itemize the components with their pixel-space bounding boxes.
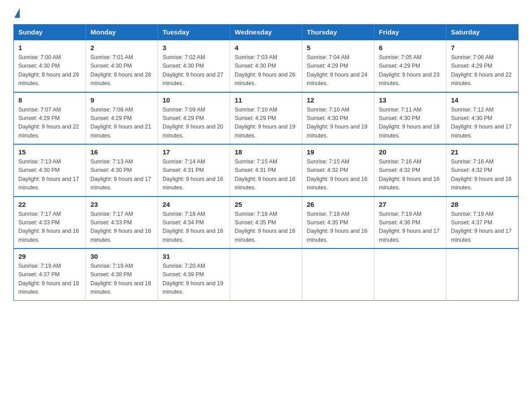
day-number: 27: [379, 201, 442, 208]
day-info: Sunrise: 7:19 AM Sunset: 4:37 PM Dayligh…: [451, 210, 514, 245]
calendar-week-1: 1 Sunrise: 7:00 AM Sunset: 4:30 PM Dayli…: [14, 40, 519, 92]
table-row: 9 Sunrise: 7:08 AM Sunset: 4:29 PM Dayli…: [86, 92, 158, 145]
table-row: 23 Sunrise: 7:17 AM Sunset: 4:33 PM Dayl…: [86, 197, 158, 249]
day-number: 7: [451, 44, 514, 51]
day-number: 30: [90, 253, 153, 260]
day-info: Sunrise: 7:10 AM Sunset: 4:29 PM Dayligh…: [235, 106, 297, 141]
day-info: Sunrise: 7:16 AM Sunset: 4:32 PM Dayligh…: [379, 158, 442, 193]
day-info: Sunrise: 7:08 AM Sunset: 4:29 PM Dayligh…: [90, 106, 153, 141]
day-info: Sunrise: 7:15 AM Sunset: 4:32 PM Dayligh…: [307, 158, 369, 193]
day-number: 19: [307, 148, 369, 156]
table-row: [446, 248, 519, 300]
header-wednesday: Wednesday: [230, 25, 302, 40]
calendar-week-3: 15 Sunrise: 7:13 AM Sunset: 4:30 PM Dayl…: [14, 144, 519, 197]
day-info: Sunrise: 7:12 AM Sunset: 4:30 PM Dayligh…: [451, 106, 514, 141]
calendar-table: SundayMondayTuesdayWednesdayThursdayFrid…: [13, 24, 519, 301]
calendar-week-4: 22 Sunrise: 7:17 AM Sunset: 4:33 PM Dayl…: [14, 197, 519, 249]
table-row: 26 Sunrise: 7:18 AM Sunset: 4:35 PM Dayl…: [302, 197, 374, 249]
day-info: Sunrise: 7:19 AM Sunset: 4:36 PM Dayligh…: [379, 210, 442, 245]
table-row: 2 Sunrise: 7:01 AM Sunset: 4:30 PM Dayli…: [86, 40, 158, 92]
table-row: 12 Sunrise: 7:10 AM Sunset: 4:30 PM Dayl…: [302, 92, 374, 145]
day-number: 10: [163, 96, 225, 104]
day-number: 22: [18, 201, 81, 208]
table-row: [230, 248, 302, 300]
table-row: 1 Sunrise: 7:00 AM Sunset: 4:30 PM Dayli…: [14, 40, 86, 92]
page-header: [13, 9, 519, 17]
table-row: 27 Sunrise: 7:19 AM Sunset: 4:36 PM Dayl…: [374, 197, 446, 249]
day-info: Sunrise: 7:17 AM Sunset: 4:33 PM Dayligh…: [18, 210, 81, 245]
day-info: Sunrise: 7:11 AM Sunset: 4:30 PM Dayligh…: [379, 106, 442, 141]
day-info: Sunrise: 7:18 AM Sunset: 4:34 PM Dayligh…: [163, 210, 225, 245]
day-number: 12: [307, 96, 369, 104]
calendar-week-2: 8 Sunrise: 7:07 AM Sunset: 4:29 PM Dayli…: [14, 92, 519, 145]
day-info: Sunrise: 7:16 AM Sunset: 4:32 PM Dayligh…: [451, 158, 514, 193]
table-row: 14 Sunrise: 7:12 AM Sunset: 4:30 PM Dayl…: [446, 92, 519, 145]
day-info: Sunrise: 7:00 AM Sunset: 4:30 PM Dayligh…: [18, 53, 81, 88]
table-row: 16 Sunrise: 7:13 AM Sunset: 4:30 PM Dayl…: [86, 144, 158, 197]
day-info: Sunrise: 7:07 AM Sunset: 4:29 PM Dayligh…: [18, 106, 81, 141]
day-number: 3: [163, 44, 225, 51]
day-info: Sunrise: 7:17 AM Sunset: 4:33 PM Dayligh…: [90, 210, 153, 245]
table-row: 13 Sunrise: 7:11 AM Sunset: 4:30 PM Dayl…: [374, 92, 446, 145]
table-row: 11 Sunrise: 7:10 AM Sunset: 4:29 PM Dayl…: [230, 92, 302, 145]
day-info: Sunrise: 7:09 AM Sunset: 4:29 PM Dayligh…: [163, 106, 225, 141]
day-info: Sunrise: 7:02 AM Sunset: 4:30 PM Dayligh…: [163, 53, 225, 88]
day-info: Sunrise: 7:03 AM Sunset: 4:30 PM Dayligh…: [235, 53, 297, 88]
table-row: 6 Sunrise: 7:05 AM Sunset: 4:29 PM Dayli…: [374, 40, 446, 92]
day-info: Sunrise: 7:10 AM Sunset: 4:30 PM Dayligh…: [307, 106, 369, 141]
table-row: 24 Sunrise: 7:18 AM Sunset: 4:34 PM Dayl…: [158, 197, 230, 249]
day-number: 28: [451, 201, 514, 208]
table-row: 5 Sunrise: 7:04 AM Sunset: 4:29 PM Dayli…: [302, 40, 374, 92]
day-number: 29: [18, 253, 81, 260]
day-number: 23: [90, 201, 153, 208]
day-number: 5: [307, 44, 369, 51]
day-number: 14: [451, 96, 514, 104]
header-friday: Friday: [374, 25, 446, 40]
table-row: 8 Sunrise: 7:07 AM Sunset: 4:29 PM Dayli…: [14, 92, 86, 145]
calendar-header-row: SundayMondayTuesdayWednesdayThursdayFrid…: [14, 25, 519, 40]
table-row: 17 Sunrise: 7:14 AM Sunset: 4:31 PM Dayl…: [158, 144, 230, 197]
table-row: 10 Sunrise: 7:09 AM Sunset: 4:29 PM Dayl…: [158, 92, 230, 145]
table-row: 21 Sunrise: 7:16 AM Sunset: 4:32 PM Dayl…: [446, 144, 519, 197]
day-number: 15: [18, 148, 81, 156]
table-row: 7 Sunrise: 7:06 AM Sunset: 4:29 PM Dayli…: [446, 40, 519, 92]
day-number: 26: [307, 201, 369, 208]
table-row: 30 Sunrise: 7:19 AM Sunset: 4:38 PM Dayl…: [86, 248, 158, 300]
table-row: 19 Sunrise: 7:15 AM Sunset: 4:32 PM Dayl…: [302, 144, 374, 197]
table-row: 29 Sunrise: 7:19 AM Sunset: 4:37 PM Dayl…: [14, 248, 86, 300]
header-sunday: Sunday: [14, 25, 86, 40]
day-info: Sunrise: 7:13 AM Sunset: 4:30 PM Dayligh…: [90, 158, 153, 193]
table-row: 18 Sunrise: 7:15 AM Sunset: 4:31 PM Dayl…: [230, 144, 302, 197]
logo-triangle-icon: [14, 8, 20, 18]
table-row: 28 Sunrise: 7:19 AM Sunset: 4:37 PM Dayl…: [446, 197, 519, 249]
day-number: 13: [379, 96, 442, 104]
day-number: 2: [90, 44, 153, 51]
table-row: [302, 248, 374, 300]
day-number: 8: [18, 96, 81, 104]
day-number: 21: [451, 148, 514, 156]
day-info: Sunrise: 7:06 AM Sunset: 4:29 PM Dayligh…: [451, 53, 514, 88]
calendar-week-5: 29 Sunrise: 7:19 AM Sunset: 4:37 PM Dayl…: [14, 248, 519, 300]
day-info: Sunrise: 7:19 AM Sunset: 4:38 PM Dayligh…: [90, 262, 153, 297]
day-info: Sunrise: 7:13 AM Sunset: 4:30 PM Dayligh…: [18, 158, 81, 193]
day-number: 1: [18, 44, 81, 51]
table-row: 22 Sunrise: 7:17 AM Sunset: 4:33 PM Dayl…: [14, 197, 86, 249]
day-number: 20: [379, 148, 442, 156]
day-info: Sunrise: 7:04 AM Sunset: 4:29 PM Dayligh…: [307, 53, 369, 88]
day-number: 4: [235, 44, 297, 51]
day-info: Sunrise: 7:01 AM Sunset: 4:30 PM Dayligh…: [90, 53, 153, 88]
header-saturday: Saturday: [446, 25, 519, 40]
logo: [13, 9, 20, 17]
day-info: Sunrise: 7:14 AM Sunset: 4:31 PM Dayligh…: [163, 158, 225, 193]
table-row: [374, 248, 446, 300]
table-row: 3 Sunrise: 7:02 AM Sunset: 4:30 PM Dayli…: [158, 40, 230, 92]
day-info: Sunrise: 7:15 AM Sunset: 4:31 PM Dayligh…: [235, 158, 297, 193]
day-number: 17: [163, 148, 225, 156]
day-info: Sunrise: 7:05 AM Sunset: 4:29 PM Dayligh…: [379, 53, 442, 88]
day-number: 18: [235, 148, 297, 156]
day-info: Sunrise: 7:20 AM Sunset: 4:39 PM Dayligh…: [163, 262, 225, 297]
table-row: 25 Sunrise: 7:18 AM Sunset: 4:35 PM Dayl…: [230, 197, 302, 249]
header-thursday: Thursday: [302, 25, 374, 40]
day-info: Sunrise: 7:18 AM Sunset: 4:35 PM Dayligh…: [307, 210, 369, 245]
table-row: 31 Sunrise: 7:20 AM Sunset: 4:39 PM Dayl…: [158, 248, 230, 300]
